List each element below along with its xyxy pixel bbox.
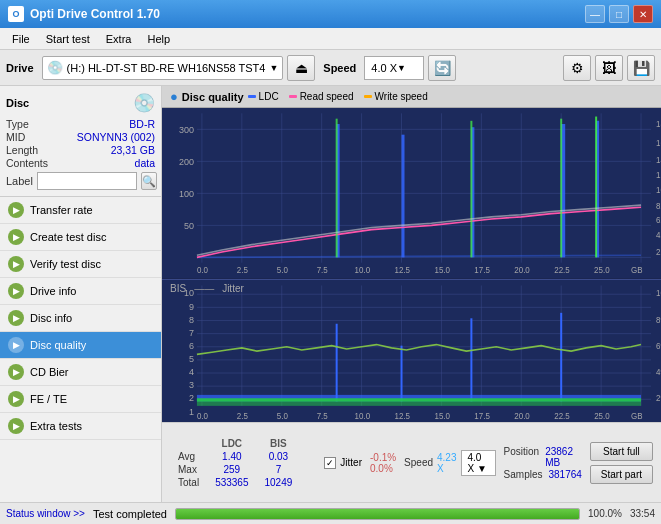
svg-text:6%: 6% bbox=[656, 340, 661, 350]
label-input[interactable] bbox=[37, 172, 137, 190]
settings-button[interactable]: ⚙ bbox=[563, 55, 591, 81]
mid-label: MID bbox=[6, 131, 25, 143]
nav-menu: ▶ Transfer rate ▶ Create test disc ▶ Ver… bbox=[0, 197, 161, 440]
bis-label: BIS bbox=[170, 283, 186, 294]
svg-text:25.0: 25.0 bbox=[594, 410, 610, 420]
nav-label-cd-bier: CD Bier bbox=[30, 366, 69, 378]
svg-text:22.5: 22.5 bbox=[554, 266, 570, 275]
fe-te-icon: ▶ bbox=[8, 391, 24, 407]
image-button[interactable]: 🖼 bbox=[595, 55, 623, 81]
start-full-button[interactable]: Start full bbox=[590, 442, 653, 461]
samples-value: 381764 bbox=[548, 469, 581, 480]
sidebar-item-cd-bier[interactable]: ▶ CD Bier bbox=[0, 359, 161, 386]
total-ldc: 533365 bbox=[207, 476, 256, 489]
toolbar: Drive 💿 (H:) HL-DT-ST BD-RE WH16NS58 TST… bbox=[0, 50, 661, 86]
total-bis: 10249 bbox=[257, 476, 301, 489]
contents-value: data bbox=[135, 157, 155, 169]
speed-select-val: 4.0 X bbox=[468, 452, 482, 474]
sidebar-item-disc-quality[interactable]: ▶ Disc quality bbox=[0, 332, 161, 359]
mid-value: SONYNN3 (002) bbox=[77, 131, 155, 143]
svg-text:2X: 2X bbox=[656, 248, 661, 257]
svg-text:15.0: 15.0 bbox=[434, 266, 450, 275]
sidebar-item-transfer-rate[interactable]: ▶ Transfer rate bbox=[0, 197, 161, 224]
jitter-checkbox[interactable]: ✓ bbox=[324, 457, 336, 469]
svg-rect-44 bbox=[402, 135, 405, 258]
drive-selector[interactable]: 💿 (H:) HL-DT-ST BD-RE WH16NS58 TST4 ▼ bbox=[42, 56, 284, 80]
disc-panel: Disc 💿 Type BD-R MID SONYNN3 (002) Lengt… bbox=[0, 86, 161, 197]
status-window-button[interactable]: Status window >> bbox=[6, 508, 85, 519]
charts-area: 300 200 100 50 18X 16X 14X 12X 10X 8X 6X… bbox=[162, 108, 661, 422]
svg-text:50: 50 bbox=[184, 220, 194, 230]
svg-text:22.5: 22.5 bbox=[554, 410, 570, 420]
nav-label-create-test-disc: Create test disc bbox=[30, 231, 106, 243]
chart-panel: ● Disc quality LDC Read speed Write spee… bbox=[162, 86, 661, 502]
avg-ldc: 1.40 bbox=[207, 450, 256, 463]
ldc-chart: 300 200 100 50 18X 16X 14X 12X 10X 8X 6X… bbox=[162, 108, 661, 279]
svg-text:10.0: 10.0 bbox=[355, 266, 371, 275]
svg-text:17.5: 17.5 bbox=[474, 266, 490, 275]
svg-text:25.0: 25.0 bbox=[594, 266, 610, 275]
menu-extra[interactable]: Extra bbox=[98, 31, 140, 47]
window-controls: — □ ✕ bbox=[585, 5, 653, 23]
nav-label-verify-test-disc: Verify test disc bbox=[30, 258, 101, 270]
sidebar-item-fe-te[interactable]: ▶ FE / TE bbox=[0, 386, 161, 413]
svg-text:16X: 16X bbox=[656, 139, 661, 148]
sidebar-item-drive-info[interactable]: ▶ Drive info bbox=[0, 278, 161, 305]
svg-text:4X: 4X bbox=[656, 231, 661, 240]
sidebar-item-create-test-disc[interactable]: ▶ Create test disc bbox=[0, 224, 161, 251]
svg-text:200: 200 bbox=[179, 156, 194, 166]
svg-text:17.5: 17.5 bbox=[474, 410, 490, 420]
max-jitter: 0.0% bbox=[370, 463, 393, 474]
length-label: Length bbox=[6, 144, 38, 156]
label-browse-button[interactable]: 🔍 bbox=[141, 172, 157, 190]
sidebar-item-disc-info[interactable]: ▶ Disc info bbox=[0, 305, 161, 332]
minimize-button[interactable]: — bbox=[585, 5, 605, 23]
sidebar-item-verify-test-disc[interactable]: ▶ Verify test disc bbox=[0, 251, 161, 278]
speed-dropdown[interactable]: 4.0 X ▼ bbox=[461, 450, 496, 476]
max-bis: 7 bbox=[257, 463, 301, 476]
chart-panel-title: Disc quality bbox=[182, 91, 244, 103]
ldc-legend-label: LDC bbox=[259, 91, 279, 102]
svg-text:10%: 10% bbox=[656, 288, 661, 298]
menu-help[interactable]: Help bbox=[139, 31, 178, 47]
menu-bar: File Start test Extra Help bbox=[0, 28, 661, 50]
type-label: Type bbox=[6, 118, 29, 130]
svg-text:20.0: 20.0 bbox=[514, 410, 530, 420]
progress-percent: 100.0% bbox=[588, 508, 622, 519]
avg-label: Avg bbox=[170, 450, 207, 463]
drive-label: Drive bbox=[6, 62, 34, 74]
elapsed-time: 33:54 bbox=[630, 508, 655, 519]
svg-text:0.0: 0.0 bbox=[197, 266, 208, 275]
progress-bar bbox=[176, 509, 579, 519]
svg-text:4: 4 bbox=[189, 366, 194, 377]
svg-text:2.5: 2.5 bbox=[237, 410, 248, 420]
svg-text:4%: 4% bbox=[656, 367, 661, 377]
maximize-button[interactable]: □ bbox=[609, 5, 629, 23]
svg-text:2: 2 bbox=[189, 392, 194, 403]
svg-text:7.5: 7.5 bbox=[317, 410, 328, 420]
menu-start-test[interactable]: Start test bbox=[38, 31, 98, 47]
max-ldc: 259 bbox=[207, 463, 256, 476]
sidebar-item-extra-tests[interactable]: ▶ Extra tests bbox=[0, 413, 161, 440]
app-icon: O bbox=[8, 6, 24, 22]
label-field-label: Label bbox=[6, 175, 33, 187]
speed-selector[interactable]: 4.0 X ▼ bbox=[364, 56, 424, 80]
svg-text:2%: 2% bbox=[656, 393, 661, 403]
menu-file[interactable]: File bbox=[4, 31, 38, 47]
col-ldc: LDC bbox=[207, 437, 256, 450]
svg-text:0.0: 0.0 bbox=[197, 410, 208, 420]
close-button[interactable]: ✕ bbox=[633, 5, 653, 23]
svg-text:2.5: 2.5 bbox=[237, 266, 248, 275]
action-buttons: Start full Start part bbox=[590, 442, 653, 484]
svg-text:8: 8 bbox=[189, 313, 194, 324]
samples-label: Samples bbox=[504, 469, 543, 480]
svg-text:10.0: 10.0 bbox=[355, 410, 371, 420]
svg-text:9: 9 bbox=[189, 300, 194, 311]
sidebar: Disc 💿 Type BD-R MID SONYNN3 (002) Lengt… bbox=[0, 86, 162, 502]
start-part-button[interactable]: Start part bbox=[590, 465, 653, 484]
eject-button[interactable]: ⏏ bbox=[287, 55, 315, 81]
refresh-button[interactable]: 🔄 bbox=[428, 55, 456, 81]
save-button[interactable]: 💾 bbox=[627, 55, 655, 81]
nav-label-disc-info: Disc info bbox=[30, 312, 72, 324]
svg-text:15.0: 15.0 bbox=[434, 410, 450, 420]
